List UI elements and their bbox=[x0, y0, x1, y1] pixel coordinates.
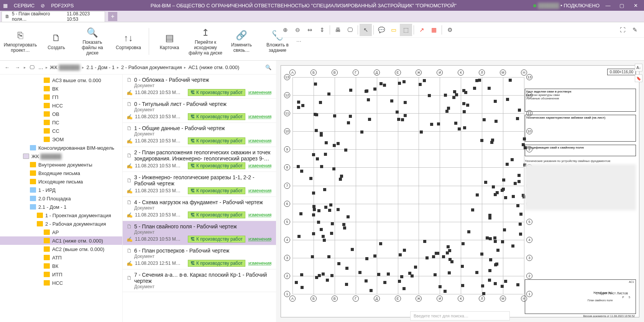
goto-source-button[interactable]: ↥Перейти к исходному файлу на диске bbox=[188, 24, 223, 59]
folder-icon bbox=[23, 154, 29, 159]
tree-node[interactable]: Исходящие письма bbox=[0, 177, 122, 186]
tree-node[interactable]: 2.0 Площадка bbox=[0, 194, 122, 203]
search-button[interactable]: 🔍 bbox=[264, 64, 273, 71]
tree-node[interactable]: ИТП bbox=[0, 270, 122, 279]
breadcrumb-item-1[interactable]: ЖК ██████ bbox=[50, 64, 80, 70]
tree-node[interactable]: ГП bbox=[0, 93, 122, 101]
cursor-button[interactable]: ↖ bbox=[360, 24, 372, 36]
layers-button[interactable]: A↓ bbox=[635, 64, 642, 71]
folder-icon bbox=[30, 187, 36, 193]
hatch-button[interactable]: ▦ bbox=[428, 24, 440, 36]
list-item[interactable]: 🗋1 - Общие данные - Рабочий чертежДокуме… bbox=[123, 123, 276, 147]
maximize-button[interactable]: ▢ bbox=[616, 3, 627, 8]
zoom-out-button[interactable]: ⊖ bbox=[291, 24, 304, 36]
breadcrumb-item-2[interactable]: 2.1 - Дом - 1 bbox=[86, 64, 115, 70]
create-button[interactable]: 🗋Создать bbox=[39, 24, 74, 59]
bookmark-button[interactable]: 🔖 bbox=[635, 74, 642, 82]
changes-link[interactable]: изменения bbox=[248, 138, 271, 144]
list-item[interactable]: 🗋6 - План ростверков - Рабочий чертежДок… bbox=[123, 245, 276, 269]
folder-icon bbox=[30, 145, 36, 150]
list-item[interactable]: 🗋0 - Обложка - Рабочий чертежДокумент✍11… bbox=[123, 74, 276, 99]
tree-node[interactable]: 1 - ИРД bbox=[0, 186, 122, 194]
tree-node[interactable]: АР bbox=[0, 228, 122, 236]
settings-button[interactable]: ⚙ bbox=[444, 24, 456, 36]
tree[interactable]: АС3 выше отм. 0.000ВКГПНССОВПСССЭОМКонсо… bbox=[0, 74, 123, 322]
changes-link[interactable]: изменения bbox=[248, 261, 271, 266]
change-link-button[interactable]: 🔗Изменить связь… bbox=[224, 24, 259, 59]
changes-link[interactable]: изменения bbox=[248, 90, 271, 95]
presentation-button[interactable]: 🖵 bbox=[344, 24, 356, 36]
tree-node[interactable]: Консолидированная BIM-модель bbox=[0, 144, 122, 152]
tree-node[interactable]: 1 - Проектная документация bbox=[0, 211, 122, 220]
nav-back-button[interactable]: ← bbox=[3, 64, 11, 71]
tree-node[interactable]: ВК bbox=[0, 262, 122, 270]
import-project-button[interactable]: ⎘Импортировать проект… bbox=[3, 24, 38, 59]
expand-button[interactable]: ⛶ bbox=[616, 24, 629, 36]
menu-service[interactable]: СЕРВИС bbox=[14, 3, 34, 8]
tree-label: ВК bbox=[52, 86, 58, 92]
nav-forward-button[interactable]: → bbox=[13, 64, 21, 71]
minimize-button[interactable]: — bbox=[603, 3, 613, 8]
tree-label: Внутренние документы bbox=[38, 162, 92, 168]
tree-node[interactable]: ЖК ██████ bbox=[0, 152, 122, 160]
tree-node[interactable]: 2.1 - Дом - 1 bbox=[0, 203, 122, 211]
tree-node[interactable]: Внутренние документы bbox=[0, 160, 122, 169]
tree-node[interactable]: АТП bbox=[0, 253, 122, 262]
print-button[interactable]: 🖶 bbox=[332, 24, 344, 36]
tree-node[interactable]: СС bbox=[0, 127, 122, 135]
document-list[interactable]: 🗋0 - Обложка - Рабочий чертежДокумент✍11… bbox=[123, 74, 276, 322]
show-files-button[interactable]: 🔍Показать файлы на диске bbox=[75, 24, 110, 59]
document-icon: 🗎 bbox=[5, 14, 10, 19]
user-status[interactable]: ██████ • ПОДКЛЮЧЕНО bbox=[533, 3, 600, 8]
document-tab[interactable]: 🗎 5 - План свайного поля… 11.08.2023 10:… bbox=[2, 11, 105, 22]
close-button[interactable]: ✕ bbox=[630, 3, 641, 8]
goto-icon: ↥ bbox=[202, 27, 209, 38]
tree-node[interactable]: НСС bbox=[0, 101, 122, 110]
ribbon-more[interactable]: ⋯ bbox=[296, 38, 301, 44]
viewer-search[interactable]: Введите текст для поиска… bbox=[410, 311, 510, 320]
list-item[interactable]: 🗋5 - План свайного поля - Рабочий чертеж… bbox=[123, 221, 276, 245]
nav-monitor-icon[interactable]: 🖵 bbox=[28, 64, 36, 71]
status-badge: К производству работ bbox=[188, 236, 245, 243]
viewer-right-sidebar: A↓ 🔖 bbox=[633, 61, 644, 322]
tree-node[interactable]: ОВ bbox=[0, 110, 122, 118]
drawing-canvas[interactable]: 0.000=116,00 ААББВВГГДДЕЕЖЖИИККЛЛММНН131… bbox=[281, 65, 639, 317]
changes-link[interactable]: изменения bbox=[248, 114, 271, 119]
list-item[interactable]: 🗋0 - Титульный лист - Рабочий чертежДоку… bbox=[123, 99, 276, 123]
tree-node[interactable]: ЭОМ bbox=[0, 135, 122, 144]
line-button[interactable]: ↗ bbox=[416, 24, 428, 36]
note-button[interactable]: ▭ bbox=[388, 24, 400, 36]
new-tab-button[interactable]: + bbox=[108, 12, 117, 21]
tree-node[interactable]: Входящие письма bbox=[0, 169, 122, 177]
breadcrumb-root[interactable]: … bbox=[38, 64, 43, 70]
tree-node[interactable]: 2 - Рабочая документация bbox=[0, 220, 122, 228]
comment-button[interactable]: 💬 bbox=[375, 24, 388, 36]
tree-node[interactable]: НСС bbox=[0, 279, 122, 287]
list-item[interactable]: 🗋3 - Инженерно- геологические разрезы 1-… bbox=[123, 172, 276, 197]
edit-button[interactable]: ✎ bbox=[629, 24, 641, 36]
tree-node[interactable]: ПС bbox=[0, 118, 122, 127]
fit-height-button[interactable]: ⇕ bbox=[316, 24, 328, 36]
tree-node[interactable]: АС1 (ниже отм. 0.000) bbox=[0, 236, 122, 245]
item-type: Документ bbox=[134, 254, 272, 259]
stamp-button[interactable]: ⬚ bbox=[400, 24, 412, 36]
card-button[interactable]: ▤Карточка bbox=[152, 24, 187, 59]
list-item[interactable]: 🗋4 - Схема нагрузок на фундамент - Рабоч… bbox=[123, 197, 276, 221]
tree-node[interactable]: АС3 выше отм. 0.000 bbox=[0, 76, 122, 84]
changes-link[interactable]: изменения bbox=[248, 188, 271, 193]
list-item[interactable]: 🗋2 - План расположения геологических скв… bbox=[123, 147, 276, 172]
breadcrumb-item-4[interactable]: АС1 (ниже отм. 0.000) bbox=[188, 64, 239, 70]
tree-node[interactable]: ВК bbox=[0, 84, 122, 93]
breadcrumb-item-3[interactable]: 2 - Рабочая документация bbox=[121, 64, 182, 70]
tree-node[interactable]: АС2 (выше отм. 0.000) bbox=[0, 245, 122, 253]
changes-link[interactable]: изменения bbox=[248, 236, 271, 242]
changes-link[interactable]: изменения bbox=[248, 163, 271, 168]
list-item[interactable]: 🗋7 - Сечения а-а… в-в. Каркас плоский Кр… bbox=[123, 269, 276, 292]
menu-pdf2xps[interactable]: PDF2XPS bbox=[51, 3, 74, 8]
zoom-in-button[interactable]: ⊕ bbox=[279, 24, 291, 36]
changes-link[interactable]: изменения bbox=[248, 212, 271, 218]
fit-width-button[interactable]: ⇔ bbox=[304, 24, 316, 36]
folder-icon bbox=[44, 246, 50, 252]
folder-icon bbox=[44, 111, 50, 117]
sort-button[interactable]: ↑↓Сортировка bbox=[111, 24, 146, 59]
